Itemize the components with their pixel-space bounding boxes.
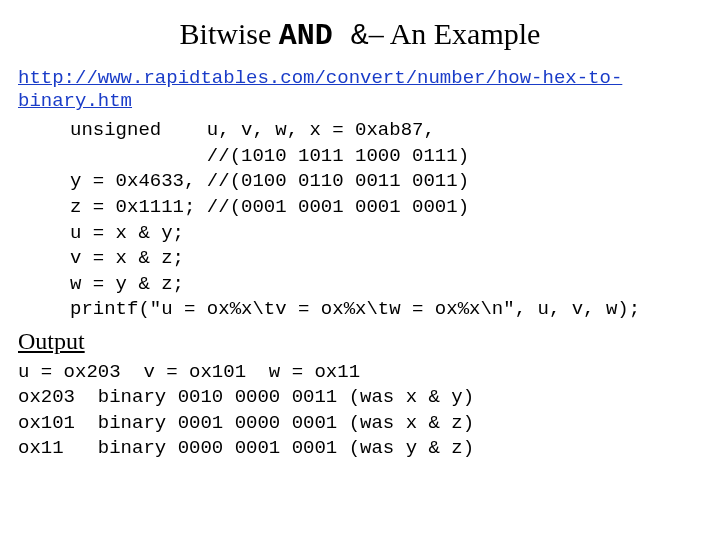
slide-title: Bitwise AND &– An Example — [18, 14, 702, 57]
reference-link[interactable]: http://www.rapidtables.com/convert/numbe… — [18, 67, 702, 115]
code-block: unsigned u, v, w, x = 0xab87, //(1010 10… — [70, 118, 702, 323]
title-post: – An Example — [369, 17, 541, 50]
output-block: u = ox203 v = ox101 w = ox11 ox203 binar… — [18, 360, 702, 463]
title-operator: & — [333, 19, 369, 53]
title-pre: Bitwise — [180, 17, 279, 50]
title-keyword: AND — [279, 19, 333, 53]
output-heading: Output — [18, 325, 702, 357]
